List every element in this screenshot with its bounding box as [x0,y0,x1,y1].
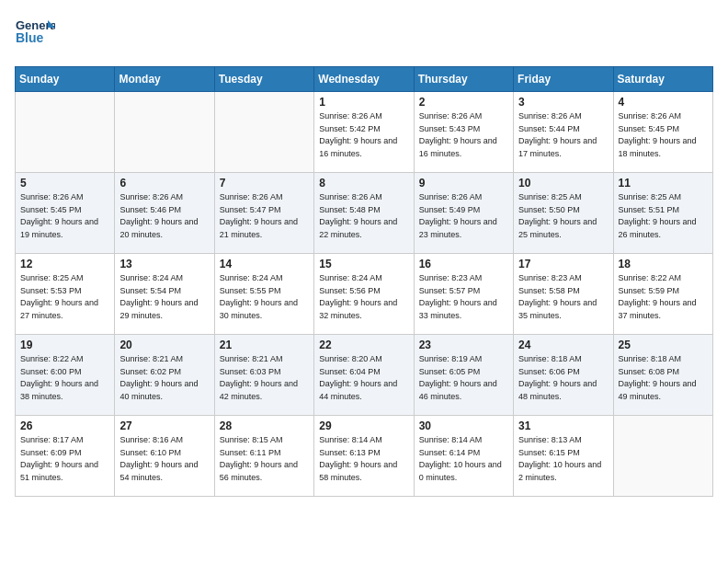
calendar-cell: 22Sunrise: 8:20 AMSunset: 6:04 PMDayligh… [314,335,414,416]
day-info: Sunrise: 8:22 AMSunset: 5:59 PMDaylight:… [619,272,708,322]
sunrise-text: Sunrise: 8:17 AM [20,434,109,447]
sunset-text: Sunset: 6:02 PM [119,366,209,379]
daylight-text: Daylight: 10 hours and 0 minutes. [419,459,508,484]
sunrise-text: Sunrise: 8:18 AM [619,353,708,366]
day-info: Sunrise: 8:24 AMSunset: 5:54 PMDaylight:… [119,272,209,322]
day-info: Sunrise: 8:23 AMSunset: 5:57 PMDaylight:… [419,272,508,322]
day-header-thursday: Thursday [414,67,513,92]
sunrise-text: Sunrise: 8:24 AM [220,272,309,285]
daylight-text: Daylight: 10 hours and 2 minutes. [518,459,608,484]
daylight-text: Daylight: 9 hours and 40 minutes. [119,378,209,403]
day-number: 31 [518,419,608,432]
sunrise-text: Sunrise: 8:25 AM [518,191,608,204]
daylight-text: Daylight: 9 hours and 22 minutes. [319,216,408,241]
daylight-text: Daylight: 9 hours and 16 minutes. [319,135,408,160]
day-info: Sunrise: 8:24 AMSunset: 5:56 PMDaylight:… [319,272,408,322]
day-number: 12 [20,258,109,270]
calendar-cell: 5Sunrise: 8:26 AMSunset: 5:45 PMDaylight… [16,173,115,254]
day-number: 10 [518,177,608,190]
calendar-cell [16,92,115,173]
daylight-text: Daylight: 9 hours and 48 minutes. [518,378,608,403]
day-header-sunday: Sunday [16,67,115,92]
calendar-cell: 7Sunrise: 8:26 AMSunset: 5:47 PMDaylight… [214,173,313,254]
sunrise-text: Sunrise: 8:23 AM [518,272,608,285]
day-info: Sunrise: 8:26 AMSunset: 5:44 PMDaylight:… [518,110,608,160]
day-info: Sunrise: 8:13 AMSunset: 6:15 PMDaylight:… [518,434,608,484]
sunset-text: Sunset: 6:09 PM [20,447,109,460]
calendar-cell: 27Sunrise: 8:16 AMSunset: 6:10 PMDayligh… [115,416,214,497]
sunrise-text: Sunrise: 8:19 AM [419,353,508,366]
sunset-text: Sunset: 6:15 PM [518,447,608,460]
day-info: Sunrise: 8:26 AMSunset: 5:42 PMDaylight:… [319,110,408,160]
day-info: Sunrise: 8:21 AMSunset: 6:02 PMDaylight:… [119,353,209,403]
calendar-cell: 3Sunrise: 8:26 AMSunset: 5:44 PMDaylight… [514,92,613,173]
header-row: SundayMondayTuesdayWednesdayThursdayFrid… [16,67,713,92]
sunset-text: Sunset: 5:54 PM [119,285,209,298]
calendar-cell: 4Sunrise: 8:26 AMSunset: 5:45 PMDaylight… [613,92,712,173]
sunrise-text: Sunrise: 8:13 AM [518,434,608,447]
sunset-text: Sunset: 5:50 PM [518,204,608,217]
sunset-text: Sunset: 6:14 PM [419,447,508,460]
calendar-cell: 18Sunrise: 8:22 AMSunset: 5:59 PMDayligh… [613,254,712,335]
day-number: 15 [319,258,408,270]
sunset-text: Sunset: 6:03 PM [220,366,309,379]
day-header-friday: Friday [514,67,613,92]
day-info: Sunrise: 8:20 AMSunset: 6:04 PMDaylight:… [319,353,408,403]
calendar-cell: 29Sunrise: 8:14 AMSunset: 6:13 PMDayligh… [314,416,414,497]
calendar-cell: 26Sunrise: 8:17 AMSunset: 6:09 PMDayligh… [16,416,115,497]
day-number: 1 [319,96,408,109]
sunset-text: Sunset: 6:10 PM [119,447,209,460]
calendar-cell [214,92,313,173]
calendar-cell: 11Sunrise: 8:25 AMSunset: 5:51 PMDayligh… [613,173,712,254]
sunrise-text: Sunrise: 8:26 AM [419,191,508,204]
sunrise-text: Sunrise: 8:26 AM [419,110,508,123]
day-number: 16 [419,258,508,270]
day-number: 20 [119,339,209,351]
day-info: Sunrise: 8:14 AMSunset: 6:13 PMDaylight:… [319,434,408,484]
day-info: Sunrise: 8:19 AMSunset: 6:05 PMDaylight:… [419,353,508,403]
day-info: Sunrise: 8:26 AMSunset: 5:48 PMDaylight:… [319,191,408,241]
daylight-text: Daylight: 9 hours and 56 minutes. [220,459,309,484]
day-number: 11 [619,177,708,190]
sunrise-text: Sunrise: 8:23 AM [419,272,508,285]
daylight-text: Daylight: 9 hours and 58 minutes. [319,459,408,484]
sunrise-text: Sunrise: 8:26 AM [518,110,608,123]
daylight-text: Daylight: 9 hours and 33 minutes. [419,297,508,322]
logo: General Blue [15,15,55,55]
day-number: 5 [20,177,109,190]
sunrise-text: Sunrise: 8:26 AM [20,191,109,204]
day-header-saturday: Saturday [613,67,712,92]
calendar-cell: 30Sunrise: 8:14 AMSunset: 6:14 PMDayligh… [414,416,513,497]
sunset-text: Sunset: 5:57 PM [419,285,508,298]
sunset-text: Sunset: 5:44 PM [518,123,608,136]
sunset-text: Sunset: 5:45 PM [20,204,109,217]
day-number: 14 [220,258,309,270]
daylight-text: Daylight: 9 hours and 27 minutes. [20,297,109,322]
calendar-cell: 23Sunrise: 8:19 AMSunset: 6:05 PMDayligh… [414,335,513,416]
calendar-cell: 21Sunrise: 8:21 AMSunset: 6:03 PMDayligh… [214,335,313,416]
day-info: Sunrise: 8:16 AMSunset: 6:10 PMDaylight:… [119,434,209,484]
sunset-text: Sunset: 5:49 PM [419,204,508,217]
sunset-text: Sunset: 5:53 PM [20,285,109,298]
day-number: 8 [319,177,408,190]
day-header-monday: Monday [115,67,214,92]
week-row-3: 12Sunrise: 8:25 AMSunset: 5:53 PMDayligh… [16,254,713,335]
sunrise-text: Sunrise: 8:26 AM [220,191,309,204]
day-info: Sunrise: 8:15 AMSunset: 6:11 PMDaylight:… [220,434,309,484]
sunrise-text: Sunrise: 8:21 AM [119,353,209,366]
daylight-text: Daylight: 9 hours and 20 minutes. [119,216,209,241]
sunrise-text: Sunrise: 8:14 AM [419,434,508,447]
day-info: Sunrise: 8:25 AMSunset: 5:50 PMDaylight:… [518,191,608,241]
day-number: 21 [220,339,309,351]
daylight-text: Daylight: 9 hours and 17 minutes. [518,135,608,160]
sunrise-text: Sunrise: 8:21 AM [220,353,309,366]
daylight-text: Daylight: 9 hours and 49 minutes. [619,378,708,403]
daylight-text: Daylight: 9 hours and 25 minutes. [518,216,608,241]
sunrise-text: Sunrise: 8:15 AM [220,434,309,447]
calendar-cell: 13Sunrise: 8:24 AMSunset: 5:54 PMDayligh… [115,254,214,335]
day-number: 23 [419,339,508,351]
sunset-text: Sunset: 5:42 PM [319,123,408,136]
calendar-cell: 20Sunrise: 8:21 AMSunset: 6:02 PMDayligh… [115,335,214,416]
sunset-text: Sunset: 5:55 PM [220,285,309,298]
day-info: Sunrise: 8:26 AMSunset: 5:49 PMDaylight:… [419,191,508,241]
